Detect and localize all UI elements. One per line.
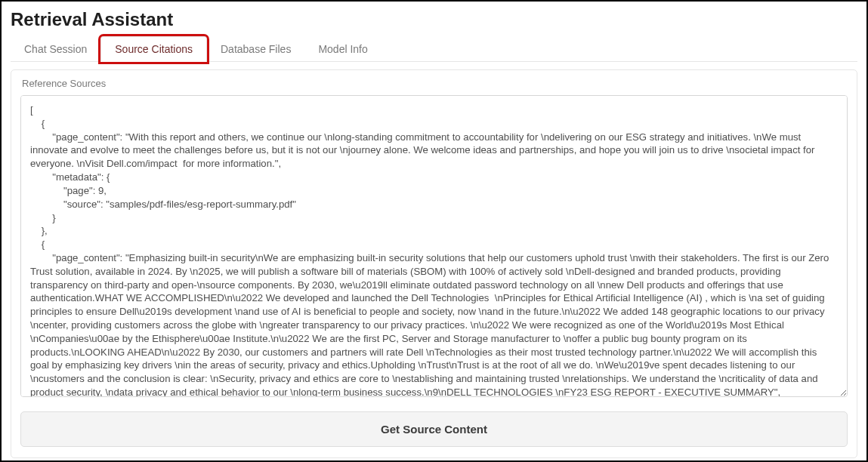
tab-model-info[interactable]: Model Info: [304, 37, 381, 61]
tab-database-files[interactable]: Database Files: [207, 37, 304, 61]
panel-label: Reference Sources: [22, 78, 848, 89]
tab-source-citations[interactable]: Source Citations: [100, 36, 207, 62]
app-frame: Retrieval Assistant Chat Session Source …: [0, 0, 868, 462]
source-content-textarea[interactable]: [20, 95, 848, 397]
tab-chat-session[interactable]: Chat Session: [11, 37, 100, 61]
reference-sources-panel: Reference Sources Get Source Content: [11, 69, 857, 458]
page-title: Retrieval Assistant: [11, 9, 857, 30]
tab-bar: Chat Session Source Citations Database F…: [11, 36, 857, 62]
get-source-content-button[interactable]: Get Source Content: [20, 411, 848, 447]
